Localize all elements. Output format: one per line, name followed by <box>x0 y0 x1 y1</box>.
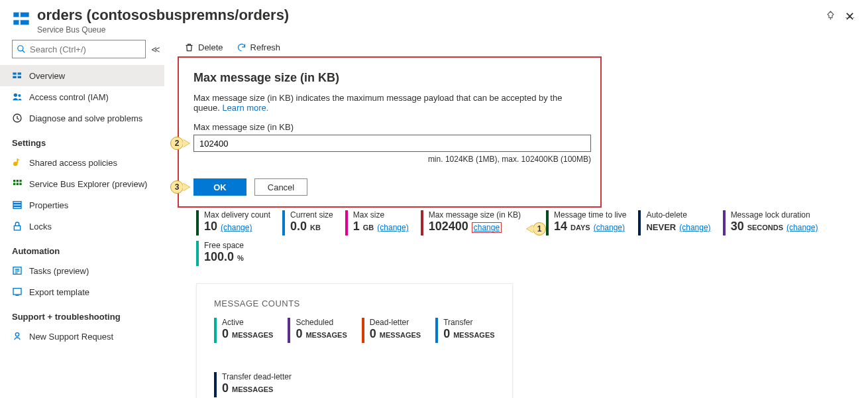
callout-marker-1: 1 <box>527 222 546 235</box>
cancel-button[interactable]: Cancel <box>254 178 307 196</box>
metric-lock-duration: Message lock duration 30 SECONDS (change… <box>723 210 818 235</box>
close-button[interactable]: ✕ <box>845 9 855 24</box>
service-bus-queue-icon <box>12 9 30 28</box>
section-automation: Automation <box>0 237 164 260</box>
nav-shared-access[interactable]: Shared access policies <box>0 152 164 173</box>
metric-max-delivery: Max delivery count 10 (change) <box>196 210 270 235</box>
nav-label: Diagnose and solve problems <box>29 113 142 123</box>
svg-point-28 <box>15 333 19 336</box>
svg-rect-7 <box>13 76 16 78</box>
nav-label: Tasks (preview) <box>29 266 89 276</box>
svg-rect-18 <box>19 180 21 182</box>
svg-rect-1 <box>13 20 28 25</box>
diagnose-icon <box>12 113 23 123</box>
sidebar: ≪ Overview Access control (IAM) Diagnose… <box>0 37 164 398</box>
grid-icon <box>12 178 23 189</box>
dialog-description: Max message size (in KB) indicates the m… <box>193 93 586 113</box>
svg-rect-14 <box>17 159 18 163</box>
section-support: Support + troubleshooting <box>0 302 164 326</box>
svg-rect-22 <box>13 202 21 204</box>
nav-label: Locks <box>29 222 52 232</box>
essentials-row: Max delivery count 10 (change) Current s… <box>196 210 855 271</box>
card-title: MESSAGE COUNTS <box>214 298 495 308</box>
nav-label: Properties <box>29 200 68 210</box>
search-input-wrapper[interactable] <box>12 40 146 58</box>
refresh-icon <box>237 42 246 52</box>
message-counts-card: MESSAGE COUNTS Active 0 MESSAGES Schedul… <box>196 283 513 398</box>
change-link[interactable]: (change) <box>221 223 252 232</box>
svg-rect-9 <box>18 76 21 78</box>
change-link[interactable]: (change) <box>679 223 710 232</box>
pin-icon[interactable] <box>826 11 836 23</box>
delete-label: Delete <box>198 42 223 52</box>
nav-overview[interactable]: Overview <box>0 65 164 86</box>
collapse-sidebar-icon[interactable]: ≪ <box>151 44 160 54</box>
nav-label: Shared access policies <box>29 158 117 168</box>
callout-marker-3: 3 <box>170 180 190 194</box>
page-header: orders (contososbuspremns/orders) Servic… <box>0 0 868 37</box>
count-dead-letter: Dead-letter 0 MESSAGES <box>362 318 421 343</box>
svg-rect-24 <box>13 207 21 209</box>
svg-rect-8 <box>18 72 21 74</box>
toolbar: Delete Refresh <box>178 37 855 58</box>
count-active: Active 0 MESSAGES <box>214 318 273 343</box>
svg-point-4 <box>18 46 23 51</box>
nav-access-control[interactable]: Access control (IAM) <box>0 86 164 107</box>
field-hint: min. 1024KB (1MB), max. 102400KB (100MB) <box>193 155 591 164</box>
change-link-max-msg[interactable]: change <box>472 222 502 233</box>
change-link[interactable]: (change) <box>377 223 408 232</box>
nav-locks[interactable]: Locks <box>0 216 164 237</box>
change-link[interactable]: (change) <box>594 223 625 232</box>
refresh-label: Refresh <box>250 42 281 52</box>
trash-icon <box>184 42 194 52</box>
support-icon <box>12 331 23 342</box>
nav-diagnose[interactable]: Diagnose and solve problems <box>0 107 164 129</box>
key-icon <box>12 157 23 168</box>
overview-icon <box>12 70 23 81</box>
metric-max-size: Max size 1 GB (change) <box>345 210 409 235</box>
metric-auto-delete: Auto-delete NEVER (change) <box>638 210 710 235</box>
metric-free-space: Free space 100.0 % <box>196 241 244 266</box>
search-input[interactable] <box>30 44 141 54</box>
max-message-size-dialog: Max message size (in KB) Max message siz… <box>178 56 602 208</box>
metric-ttl: Message time to live 14 DAYS (change) <box>546 210 626 235</box>
tasks-icon <box>12 265 23 276</box>
nav-label: Service Bus Explorer (preview) <box>29 179 147 189</box>
change-link[interactable]: (change) <box>787 223 818 232</box>
callout-marker-2: 2 <box>170 137 190 150</box>
nav-label: New Support Request <box>29 332 113 342</box>
count-transfer: Transfer 0 MESSAGES <box>435 318 494 343</box>
svg-rect-20 <box>17 183 19 185</box>
nav-properties[interactable]: Properties <box>0 194 164 216</box>
max-message-size-input[interactable] <box>193 135 591 152</box>
svg-point-11 <box>18 94 21 97</box>
refresh-button[interactable]: Refresh <box>237 42 281 52</box>
svg-rect-23 <box>13 204 21 206</box>
nav-explorer[interactable]: Service Bus Explorer (preview) <box>0 173 164 194</box>
metric-current-size: Current size 0.0 KB <box>282 210 333 235</box>
count-transfer-dead-letter: Transfer dead-letter 0 MESSAGES <box>214 372 292 397</box>
delete-button[interactable]: Delete <box>184 42 223 52</box>
ok-button[interactable]: OK <box>193 178 246 196</box>
lock-icon <box>12 221 23 232</box>
nav-support-request[interactable]: New Support Request <box>0 326 164 347</box>
svg-rect-16 <box>13 180 15 182</box>
main-content: Delete Refresh Max message size (in KB) … <box>164 37 868 398</box>
svg-rect-6 <box>13 72 16 74</box>
svg-line-5 <box>23 50 25 53</box>
nav-tasks[interactable]: Tasks (preview) <box>0 260 164 281</box>
nav-label: Access control (IAM) <box>29 92 109 102</box>
properties-icon <box>12 200 23 210</box>
section-settings: Settings <box>0 129 164 152</box>
dialog-title: Max message size (in KB) <box>193 71 586 85</box>
svg-rect-3 <box>19 20 21 25</box>
svg-rect-17 <box>17 180 19 182</box>
people-icon <box>12 92 23 102</box>
export-icon <box>12 287 23 297</box>
svg-rect-21 <box>19 183 21 185</box>
page-title: orders (contososbuspremns/orders) <box>37 7 819 24</box>
metric-max-message-size: Max message size (in KB) 102400 change 1 <box>421 210 521 235</box>
learn-more-link[interactable]: Learn more. <box>222 103 268 113</box>
nav-export-template[interactable]: Export template <box>0 281 164 302</box>
resource-type: Service Bus Queue <box>37 25 819 34</box>
